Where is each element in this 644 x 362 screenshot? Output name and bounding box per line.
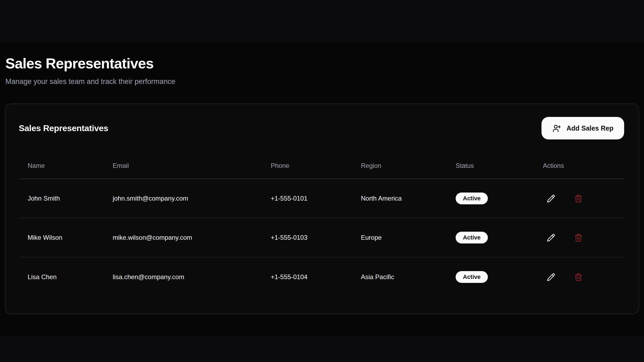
edit-button[interactable]	[547, 233, 555, 242]
column-header-status: Status	[447, 162, 534, 169]
column-header-name: Name	[19, 162, 104, 169]
cell-email: john.smith@company.com	[104, 195, 262, 202]
card-header: Sales Representatives Add Sales Rep	[19, 117, 624, 139]
pencil-icon	[547, 273, 555, 281]
status-badge: Active	[456, 193, 488, 204]
cell-actions	[534, 233, 624, 242]
add-sales-rep-label: Add Sales Rep	[566, 124, 613, 132]
cell-phone: +1-555-0104	[262, 273, 352, 281]
trash-icon	[574, 234, 583, 242]
cell-email: lisa.chen@company.com	[104, 273, 262, 281]
edit-button[interactable]	[547, 194, 555, 203]
add-sales-rep-button[interactable]: Add Sales Rep	[541, 117, 624, 139]
delete-button[interactable]	[574, 194, 583, 203]
top-header-bar	[0, 0, 644, 42]
table-header-row: Name Email Phone Region Status Actions	[19, 153, 624, 179]
delete-button[interactable]	[574, 233, 583, 242]
cell-name: John Smith	[19, 195, 104, 202]
table-row: John Smith john.smith@company.com +1-555…	[19, 179, 624, 218]
cell-name: Lisa Chen	[19, 273, 104, 281]
sales-reps-card: Sales Representatives Add Sales Rep Name…	[5, 104, 639, 314]
pencil-icon	[547, 234, 555, 242]
cell-actions	[534, 273, 624, 281]
main-content: Sales Representatives Manage your sales …	[0, 42, 644, 336]
trash-icon	[574, 273, 583, 281]
pencil-icon	[547, 194, 555, 203]
cell-status: Active	[447, 271, 534, 283]
table-row: Lisa Chen lisa.chen@company.com +1-555-0…	[19, 257, 624, 297]
card-title: Sales Representatives	[19, 123, 108, 133]
page-subtitle: Manage your sales team and track their p…	[5, 77, 639, 86]
user-plus-icon	[552, 124, 561, 133]
sales-reps-table: Name Email Phone Region Status Actions J…	[19, 153, 624, 297]
bottom-page-area	[0, 336, 644, 362]
delete-button[interactable]	[574, 273, 583, 281]
table-row: Mike Wilson mike.wilson@company.com +1-5…	[19, 218, 624, 257]
trash-icon	[574, 194, 583, 203]
cell-region: Asia Pacific	[352, 273, 447, 281]
column-header-region: Region	[352, 162, 447, 169]
cell-actions	[534, 194, 624, 203]
column-header-phone: Phone	[262, 162, 352, 169]
edit-button[interactable]	[547, 273, 555, 281]
status-badge: Active	[456, 271, 488, 283]
cell-status: Active	[447, 232, 534, 243]
column-header-email: Email	[104, 162, 262, 169]
column-header-actions: Actions	[534, 162, 624, 169]
cell-status: Active	[447, 193, 534, 204]
cell-region: Europe	[352, 234, 447, 241]
cell-phone: +1-555-0101	[262, 195, 352, 202]
cell-phone: +1-555-0103	[262, 234, 352, 241]
cell-region: North America	[352, 195, 447, 202]
page-title: Sales Representatives	[5, 55, 639, 72]
status-badge: Active	[456, 232, 488, 243]
cell-name: Mike Wilson	[19, 234, 104, 241]
cell-email: mike.wilson@company.com	[104, 234, 262, 241]
